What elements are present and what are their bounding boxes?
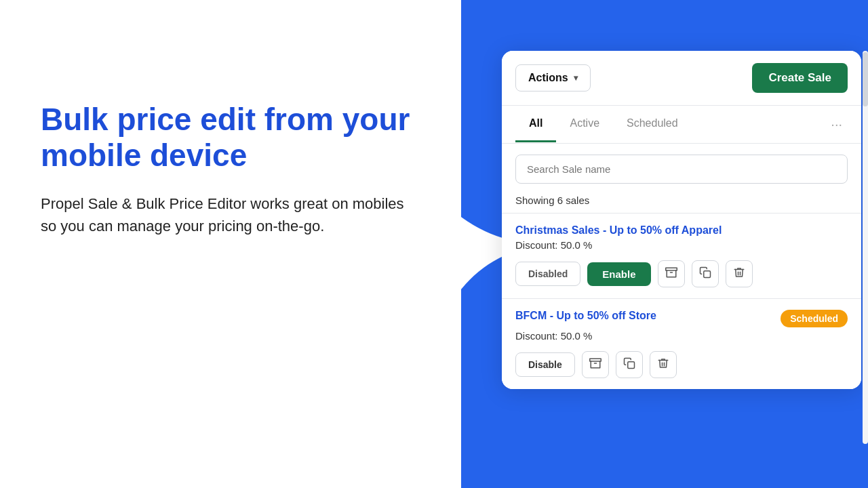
delete-button[interactable] (726, 260, 753, 287)
scrollbar[interactable] (863, 51, 868, 444)
chevron-down-icon: ▾ (574, 73, 578, 83)
sale-item: Christmas Sales - Up to 50% off Apparel … (502, 213, 861, 298)
trash-icon (657, 357, 669, 372)
scheduled-badge: Scheduled (781, 310, 848, 327)
actions-button[interactable]: Actions ▾ (515, 64, 591, 92)
sale-actions: Disabled Enable (515, 260, 848, 287)
scrollbar-thumb[interactable] (863, 52, 868, 106)
search-area (502, 144, 861, 195)
sale-name-link[interactable]: BFCM - Up to 50% off Store (515, 310, 656, 322)
tabs-more-icon[interactable]: ··· (825, 106, 848, 143)
copy-button[interactable] (616, 351, 643, 378)
svg-rect-3 (590, 359, 601, 361)
toolbar: Actions ▾ Create Sale (502, 51, 861, 106)
copy-icon (623, 357, 635, 372)
sale-list: Christmas Sales - Up to 50% off Apparel … (502, 213, 861, 389)
svg-rect-2 (703, 271, 710, 278)
archive-button[interactable] (658, 260, 685, 287)
archive-icon (665, 266, 677, 281)
tab-active[interactable]: Active (556, 106, 613, 142)
sale-discount: Discount: 50.0 % (515, 330, 848, 342)
tab-scheduled[interactable]: Scheduled (613, 106, 692, 142)
copy-button[interactable] (692, 260, 719, 287)
actions-label: Actions (528, 72, 568, 84)
copy-icon (699, 266, 711, 281)
svg-rect-0 (665, 268, 677, 270)
sale-discount: Discount: 50.0 % (515, 239, 848, 251)
tab-all[interactable]: All (515, 106, 556, 142)
tabs-bar: All Active Scheduled ··· (502, 106, 861, 144)
search-input[interactable] (515, 155, 848, 184)
archive-icon (589, 357, 601, 372)
trash-icon (733, 266, 745, 281)
headline: Bulk price edit from your mobile device (41, 102, 420, 174)
app-panel: Actions ▾ Create Sale All Active Schedul… (502, 51, 861, 389)
bg-white-overlay (0, 0, 461, 488)
create-sale-button[interactable]: Create Sale (752, 63, 848, 93)
svg-rect-5 (628, 362, 635, 369)
sale-item-header: BFCM - Up to 50% off Store Scheduled (515, 310, 848, 327)
sale-item-header: Christmas Sales - Up to 50% off Apparel (515, 224, 848, 237)
archive-button[interactable] (582, 351, 609, 378)
sales-count: Showing 6 sales (502, 195, 861, 213)
sale-item: BFCM - Up to 50% off Store Scheduled Dis… (502, 298, 861, 389)
delete-button[interactable] (650, 351, 677, 378)
disable-button[interactable]: Disable (515, 352, 575, 377)
sale-actions: Disable (515, 351, 848, 378)
sale-name-link[interactable]: Christmas Sales - Up to 50% off Apparel (515, 224, 722, 237)
left-panel: Bulk price edit from your mobile device … (41, 102, 420, 237)
disabled-button[interactable]: Disabled (515, 262, 580, 286)
subtext: Propel Sale & Bulk Price Editor works gr… (41, 192, 420, 237)
enable-button[interactable]: Enable (587, 262, 650, 286)
